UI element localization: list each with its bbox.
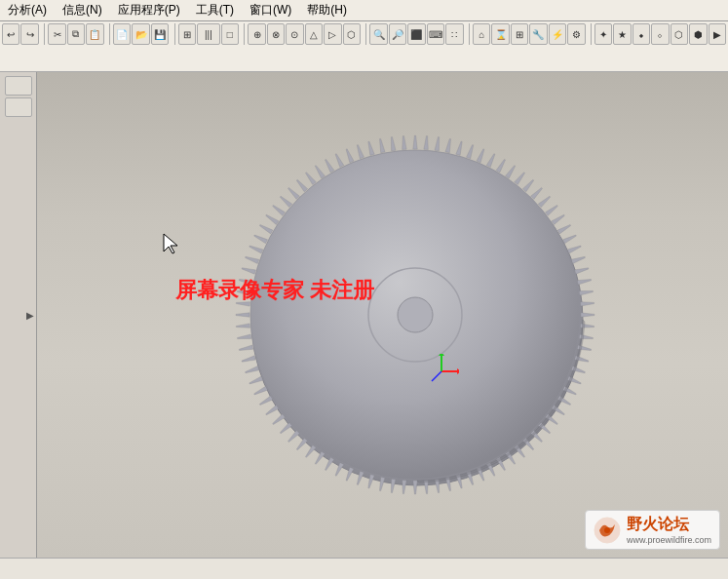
fit-button[interactable]: ⬛	[407, 23, 425, 45]
toolbar-area: ↩ ↪ ✂ ⧉ 📋 📄 📂 💾 ⊞ ||| □ ⊕ ⊗ ⊙ △ ▷ ⬡ 🔍 🔎 …	[0, 21, 728, 72]
zoom-in-button[interactable]: 🔍	[369, 23, 387, 45]
svg-marker-99	[580, 302, 594, 306]
svg-marker-53	[236, 302, 249, 306]
toolbar-separator-1	[42, 23, 45, 45]
logo-main-text: 野火论坛	[627, 515, 711, 535]
svg-marker-51	[236, 324, 249, 328]
svg-marker-42	[273, 414, 286, 425]
svg-marker-52	[236, 313, 249, 317]
bolt-button[interactable]: ⚡	[549, 23, 566, 45]
arrow-button[interactable]: ⊗	[267, 23, 285, 45]
svg-marker-39	[296, 438, 307, 449]
svg-marker-63	[280, 196, 291, 207]
gear-model	[212, 110, 622, 520]
svg-marker-74	[391, 137, 396, 151]
menu-item-analyze[interactable]: 分析(A)	[4, 0, 51, 20]
paste-button[interactable]: 📋	[86, 23, 103, 45]
open-button[interactable]: 📂	[132, 23, 149, 45]
toolbar-separator-5	[364, 23, 366, 45]
menu-bar: 分析(A) 信息(N) 应用程序(P) 工具(T) 窗口(W) 帮助(H)	[0, 0, 728, 21]
menu-item-help[interactable]: 帮助(H)	[303, 0, 351, 20]
clock-button[interactable]: ⌛	[491, 23, 509, 45]
svg-marker-98	[579, 290, 593, 295]
diamond-button[interactable]: ⬥	[632, 23, 650, 45]
home-button[interactable]: ⌂	[473, 23, 490, 45]
hex-button[interactable]: ⬡	[343, 23, 361, 45]
hex3-button[interactable]: ⬢	[689, 23, 707, 45]
svg-marker-62	[273, 206, 286, 216]
logo-icon	[594, 517, 621, 544]
svg-marker-46	[249, 376, 263, 384]
svg-marker-84	[496, 159, 505, 173]
menu-item-tools[interactable]: 工具(T)	[192, 0, 238, 20]
layer-button[interactable]: ⊙	[286, 23, 303, 45]
svg-marker-50	[237, 334, 250, 339]
svg-marker-92	[557, 225, 571, 234]
svg-marker-69	[335, 154, 344, 168]
svg-marker-72	[368, 141, 374, 155]
svg-marker-89	[538, 196, 550, 207]
svg-marker-81	[466, 145, 473, 159]
logo-watermark: 野火论坛 www.proewildfire.com	[585, 510, 720, 550]
hex2-button[interactable]: ⬡	[671, 23, 688, 45]
svg-marker-66	[305, 173, 316, 185]
svg-marker-67	[315, 166, 325, 178]
svg-marker-79	[445, 138, 451, 152]
svg-marker-64	[287, 188, 299, 200]
logo-text-group: 野火论坛 www.proewildfire.com	[627, 515, 711, 545]
left-panel: ▶	[0, 72, 37, 558]
star2-button[interactable]: ★	[613, 23, 631, 45]
zoom-out-button[interactable]: 🔎	[389, 23, 406, 45]
triangle-button[interactable]: △	[305, 23, 323, 45]
svg-marker-93	[562, 235, 576, 244]
save-button[interactable]: 💾	[151, 23, 169, 45]
new-button[interactable]: 📄	[113, 23, 131, 45]
left-expand-arrow[interactable]: ▶	[26, 310, 34, 321]
svg-marker-4	[581, 313, 594, 317]
select-button[interactable]: ⊕	[248, 23, 265, 45]
grid2-button[interactable]: ⊞	[511, 23, 528, 45]
svg-marker-85	[506, 166, 516, 178]
svg-marker-90	[545, 206, 557, 216]
svg-marker-54	[237, 290, 250, 295]
gear-small-button[interactable]: ⚙	[567, 23, 585, 45]
status-bar	[0, 558, 728, 579]
svg-marker-78	[435, 137, 440, 151]
star-button[interactable]: ✦	[594, 23, 612, 45]
sketch-button[interactable]: |||	[197, 23, 219, 45]
copy-button[interactable]: ⧉	[67, 23, 85, 45]
svg-marker-68	[325, 159, 333, 173]
grid-button[interactable]: ⊞	[178, 23, 196, 45]
measure-button[interactable]: ⌨	[427, 23, 444, 45]
menu-item-apps[interactable]: 应用程序(P)	[114, 0, 184, 20]
redo-button[interactable]: ↪	[20, 23, 38, 45]
svg-marker-47	[246, 367, 259, 373]
diamond2-button[interactable]: ⬦	[651, 23, 669, 45]
dots-button[interactable]: ∷	[445, 23, 463, 45]
svg-marker-60	[259, 225, 273, 234]
svg-line-107	[432, 371, 441, 381]
wrench-button[interactable]: 🔧	[529, 23, 547, 45]
svg-marker-70	[346, 149, 354, 163]
origin-indicator	[424, 354, 453, 383]
box-button[interactable]: □	[221, 23, 239, 45]
undo-button[interactable]: ↩	[2, 23, 19, 45]
svg-marker-61	[266, 214, 279, 224]
menu-item-window[interactable]: 窗口(W)	[246, 0, 295, 20]
toolbar-separator-6	[467, 23, 470, 45]
main-area: ▶	[0, 72, 728, 558]
svg-marker-88	[531, 188, 543, 200]
more-button[interactable]: ▶	[709, 23, 726, 45]
play-button[interactable]: ▷	[324, 23, 341, 45]
left-tab-1[interactable]	[5, 76, 32, 96]
menu-item-info[interactable]: 信息(N)	[58, 0, 106, 20]
svg-marker-104	[457, 368, 459, 374]
svg-marker-80	[456, 141, 462, 155]
left-tab-2[interactable]	[5, 97, 32, 117]
viewport[interactable]: 屏幕录像专家 未注册 野火论坛 w	[37, 72, 728, 558]
cut-button[interactable]: ✂	[48, 23, 65, 45]
svg-marker-29	[402, 481, 406, 494]
svg-point-109	[604, 527, 610, 533]
svg-marker-77	[424, 135, 428, 149]
toolbar-separator-7	[589, 23, 592, 45]
